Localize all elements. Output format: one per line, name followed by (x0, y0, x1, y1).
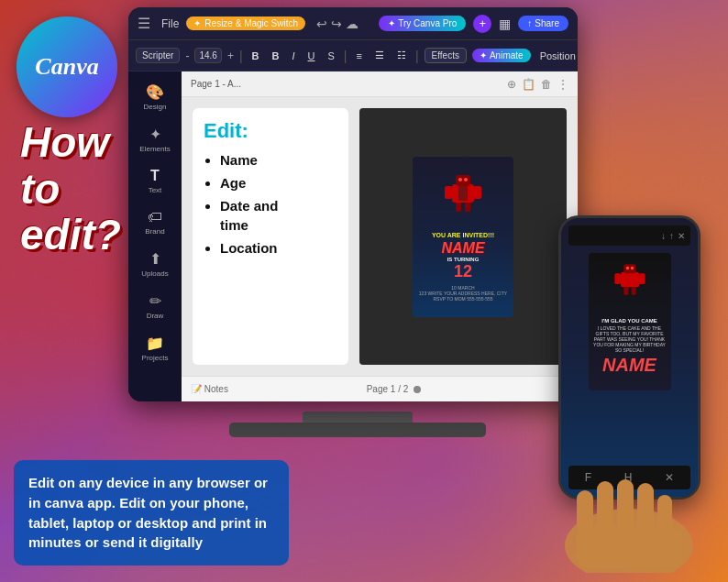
separator-2: | (344, 49, 347, 63)
resize-magic-switch-button[interactable]: ✦ Resize & Magic Switch (186, 16, 305, 30)
align-left-button[interactable]: ≡ (352, 49, 365, 63)
underline-button[interactable]: U (304, 49, 319, 63)
uploads-label: Uploads (141, 269, 168, 278)
more-page-icon[interactable]: ⋮ (557, 78, 568, 91)
phone-share-icon[interactable]: ↑ (669, 231, 674, 241)
canva-logo-circle: Canva (17, 16, 117, 117)
phone-card-preview: I'M GLAD YOU CAME I LOVED THE CAKE AND T… (589, 253, 671, 390)
edit-item-date: Date andtime (220, 196, 337, 235)
card-invited-text: YOU ARE INVITED!!! (432, 232, 494, 240)
svg-rect-6 (456, 203, 461, 212)
svg-rect-23 (577, 527, 682, 568)
phone-screen: ↓ ↑ ✕ (561, 218, 698, 497)
undo-button[interactable]: ↩ (316, 16, 327, 31)
notes-bar: 📝 Notes Page 1 / 2 ↻ (182, 376, 578, 401)
canva-plus-button[interactable]: + (473, 15, 491, 33)
edit-item-location: Location (220, 238, 337, 258)
phone-download-icon[interactable]: ↓ (661, 231, 666, 241)
phone-close-icon[interactable]: ✕ (678, 231, 685, 241)
uploads-icon: ⬆ (149, 250, 161, 268)
design-label: Design (144, 103, 167, 111)
svg-rect-5 (474, 186, 481, 199)
notes-label[interactable]: 📝 Notes (191, 384, 228, 394)
redo-button[interactable]: ↪ (331, 16, 342, 31)
hamburger-icon[interactable]: ☰ (138, 15, 150, 32)
page-label: Page 1 - A... (191, 79, 241, 89)
svg-point-2 (458, 178, 462, 181)
how-line-1: How (20, 119, 121, 166)
phone-robot-figure (607, 257, 653, 302)
phone-card-content: I'M GLAD YOU CAME I LOVED THE CAKE AND T… (589, 318, 671, 376)
list-button[interactable]: ☰ (371, 48, 388, 63)
position-button[interactable]: Position (536, 49, 578, 63)
page-number-label: Page 1 / 2 (367, 384, 409, 394)
svg-rect-8 (458, 186, 468, 201)
projects-icon: 📁 (146, 335, 164, 352)
sidebar-item-brand[interactable]: 🏷 Brand (137, 204, 173, 240)
bold-button[interactable]: B (269, 49, 283, 63)
animate-star-icon: ✦ (480, 50, 487, 60)
share-arrow-icon: ↑ (527, 18, 532, 28)
phone: ↓ ↑ ✕ (558, 188, 700, 573)
bottom-description-box: Edit on any device in any browser or in … (14, 460, 289, 566)
delete-page-icon[interactable]: 🗑 (541, 78, 552, 91)
sidebar-item-elements[interactable]: ✦ Elements (137, 121, 173, 158)
edit-item-age: Age (220, 173, 337, 192)
file-menu[interactable]: File (161, 17, 179, 30)
toolbar: Scripter - 14.6 + | B B I U S | ≡ ☰ ☷ | … (128, 40, 578, 71)
add-page-icon[interactable]: ⊕ (507, 78, 516, 91)
italic-button[interactable]: I (288, 49, 298, 63)
how-to-edit-text: How to edit? (20, 119, 121, 258)
design-icon: 🎨 (146, 83, 164, 101)
phone-content: I'M GLAD YOU CAME I LOVED THE CAKE AND T… (568, 249, 690, 466)
card-preview-area[interactable]: YOU ARE INVITED!!! NAME IS TURNING 12 10… (359, 108, 567, 365)
svg-point-12 (630, 267, 633, 269)
animate-label: Animate (490, 50, 524, 60)
monitor: ☰ File ✦ Resize & Magic Switch ↩ ↪ ☁ ✦ T… (128, 7, 578, 401)
sidebar-item-design[interactable]: 🎨 Design (137, 79, 173, 115)
phone-top-bar: ↓ ↑ ✕ (568, 225, 690, 246)
monitor-base (229, 423, 486, 437)
resize-label: Resize & Magic Switch (204, 18, 298, 28)
share-label: Share (535, 18, 559, 28)
elements-label: Elements (139, 145, 170, 153)
text-icon: T (150, 168, 160, 184)
sidebar-item-text[interactable]: T Text (137, 163, 173, 199)
animate-button[interactable]: ✦ Animate (472, 49, 531, 62)
cloud-save-icon: ☁ (346, 16, 358, 31)
minus-button[interactable]: - (185, 49, 189, 62)
svg-rect-14 (639, 273, 645, 284)
font-selector[interactable]: Scripter (136, 48, 180, 63)
effects-button[interactable]: Effects (425, 48, 467, 63)
canvas-workspace[interactable]: Edit: Name Age Date andtime Location (182, 97, 578, 376)
hand-holding-phone (558, 463, 700, 573)
bottom-description-text: Edit on any device in any browser or in … (28, 473, 274, 553)
phone-name-text: NAME (589, 355, 671, 376)
edit-title: Edit: (204, 119, 337, 143)
try-canva-pro-label: Try Canva Pro (398, 18, 457, 28)
svg-rect-15 (623, 287, 628, 294)
how-line-2: to (20, 166, 121, 213)
robot-figure (436, 166, 491, 221)
card-name-text: NAME (441, 240, 484, 257)
edit-list: Name Age Date andtime Location (204, 150, 337, 258)
card-age: 12 (454, 262, 472, 281)
copy-page-icon[interactable]: 📋 (522, 78, 535, 91)
plus-size-button[interactable]: + (227, 49, 234, 62)
sidebar-item-uploads[interactable]: ⬆ Uploads (137, 246, 173, 282)
separator-3: | (415, 49, 419, 63)
left-sidebar: 🎨 Design ✦ Elements T Text 🏷 Brand ⬆ Upl… (128, 71, 182, 401)
try-canva-pro-button[interactable]: ✦ Try Canva Pro (379, 16, 466, 31)
canvas-content-area: Page 1 - A... ⊕ 📋 🗑 ⋮ Edit: Name Age Dat… (182, 71, 578, 401)
share-button[interactable]: ↑ Share (518, 16, 568, 31)
sidebar-item-draw[interactable]: ✏ Draw (137, 288, 173, 324)
ordered-list-button[interactable]: ☷ (393, 48, 410, 63)
font-size-input[interactable]: 14.6 (194, 48, 221, 63)
analytics-icon[interactable]: ▦ (499, 16, 511, 31)
text-size-button[interactable]: B (248, 49, 263, 63)
sidebar-item-projects[interactable]: 📁 Projects (137, 330, 173, 367)
undo-redo-controls: ↩ ↪ ☁ (316, 16, 358, 31)
invitation-card: YOU ARE INVITED!!! NAME IS TURNING 12 10… (413, 157, 513, 317)
page-indicator: Page 1 / 2 (367, 384, 422, 394)
strikethrough-button[interactable]: S (325, 49, 338, 63)
